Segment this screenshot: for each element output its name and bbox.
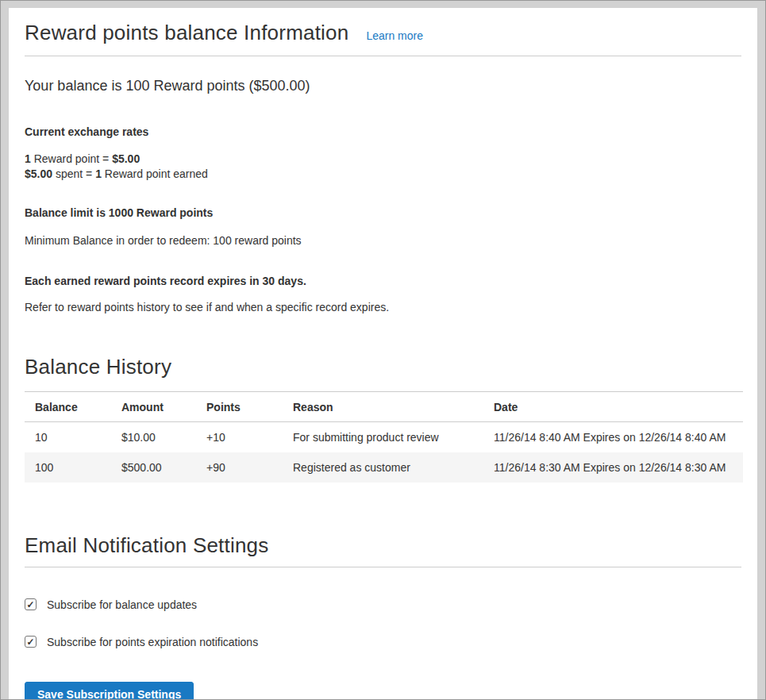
exchange-rate-line-2: $5.00 spent = 1 Reward point earned [25, 167, 741, 182]
balance-updates-option: ✓ Subscribe for balance updates [25, 598, 741, 611]
column-header-amount: Amount [111, 392, 196, 422]
email-settings-divider [25, 567, 741, 567]
column-header-points: Points [196, 392, 283, 422]
cell-balance: 10 [25, 422, 111, 452]
reward-info-card: Reward points balance Information Learn … [9, 8, 757, 700]
balance-updates-checkbox[interactable]: ✓ [25, 598, 37, 610]
expiration-notifications-checkbox[interactable]: ✓ [25, 636, 37, 648]
cell-reason: Registered as customer [283, 452, 483, 483]
minimum-balance-text: Minimum Balance in order to redeem: 100 … [25, 233, 741, 248]
card-header: Reward points balance Information Learn … [25, 19, 741, 45]
balance-limit-text: Balance limit is 1000 Reward points [25, 206, 741, 221]
expiry-note-text: Refer to reward points history to see if… [25, 300, 741, 315]
table-row: 100 $500.00 +90 Registered as customer 1… [25, 452, 743, 483]
cell-points: +90 [196, 452, 283, 483]
expiration-notifications-option: ✓ Subscribe for points expiration notifi… [25, 636, 741, 648]
cell-reason: For submitting product review [283, 422, 483, 452]
learn-more-link[interactable]: Learn more [366, 29, 423, 42]
email-settings-title: Email Notification Settings [25, 533, 741, 558]
exchange-rates-heading: Current exchange rates [25, 125, 741, 140]
expiration-notifications-label[interactable]: Subscribe for points expiration notifica… [47, 636, 258, 648]
cell-amount: $500.00 [111, 452, 196, 483]
column-header-date: Date [483, 392, 743, 422]
table-row: 10 $10.00 +10 For submitting product rev… [25, 422, 743, 452]
page-title: Reward points balance Information [25, 21, 348, 45]
column-header-reason: Reason [283, 392, 483, 422]
balance-history-table: Balance Amount Points Reason Date 10 $10… [25, 391, 743, 483]
cell-balance: 100 [25, 452, 111, 483]
table-header-row: Balance Amount Points Reason Date [25, 392, 743, 422]
header-divider [25, 56, 741, 56]
expiry-rule-text: Each earned reward points record expires… [25, 274, 741, 289]
cell-points: +10 [196, 422, 283, 452]
save-subscription-settings-button[interactable]: Save Subscription Settings [25, 682, 194, 700]
balance-updates-label[interactable]: Subscribe for balance updates [47, 598, 197, 611]
balance-history-title: Balance History [25, 355, 741, 379]
balance-summary: Your balance is 100 Reward points ($500.… [25, 78, 741, 94]
exchange-rate-line-1: 1 Reward point = $5.00 [25, 152, 741, 167]
cell-date: 11/26/14 8:30 AM Expires on 12/26/14 8:3… [483, 452, 743, 483]
column-header-balance: Balance [25, 392, 111, 422]
cell-date: 11/26/14 8:40 AM Expires on 12/26/14 8:4… [483, 422, 743, 452]
cell-amount: $10.00 [111, 422, 196, 452]
exchange-rate-lines: 1 Reward point = $5.00 $5.00 spent = 1 R… [25, 152, 741, 182]
